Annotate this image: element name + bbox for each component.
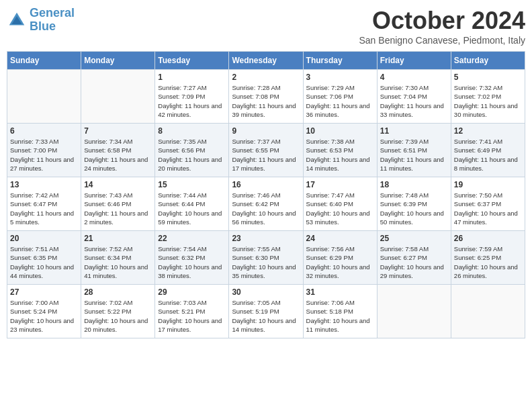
page-header: General Blue October 2024 San Benigno Ca… (7, 7, 525, 46)
day-info: Sunrise: 7:32 AM Sunset: 7:02 PM Dayligh… (454, 83, 522, 119)
day-cell (7, 70, 81, 124)
day-cell (377, 285, 451, 338)
day-info: Sunrise: 7:37 AM Sunset: 6:55 PM Dayligh… (232, 137, 300, 173)
day-cell: 22Sunrise: 7:54 AM Sunset: 6:32 PM Dayli… (155, 231, 229, 285)
day-info: Sunrise: 7:38 AM Sunset: 6:53 PM Dayligh… (306, 137, 374, 173)
day-number: 15 (158, 180, 226, 189)
day-cell: 2Sunrise: 7:28 AM Sunset: 7:08 PM Daylig… (229, 70, 303, 124)
logo-line1: General (30, 6, 75, 19)
day-number: 4 (380, 73, 448, 82)
day-info: Sunrise: 7:48 AM Sunset: 6:39 PM Dayligh… (380, 191, 448, 226)
day-info: Sunrise: 7:43 AM Sunset: 6:46 PM Dayligh… (84, 191, 152, 226)
day-number: 9 (232, 126, 300, 136)
day-info: Sunrise: 7:03 AM Sunset: 5:21 PM Dayligh… (158, 298, 226, 334)
header-thursday: Thursday (303, 52, 377, 70)
calendar-table: SundayMondayTuesdayWednesdayThursdayFrid… (7, 51, 525, 338)
day-cell: 13Sunrise: 7:42 AM Sunset: 6:47 PM Dayli… (7, 177, 81, 231)
day-info: Sunrise: 7:29 AM Sunset: 7:06 PM Dayligh… (306, 83, 374, 119)
day-number: 20 (10, 234, 78, 243)
day-info: Sunrise: 7:42 AM Sunset: 6:47 PM Dayligh… (10, 191, 78, 226)
day-cell: 18Sunrise: 7:48 AM Sunset: 6:39 PM Dayli… (377, 177, 451, 231)
day-number: 11 (380, 126, 448, 136)
day-info: Sunrise: 7:34 AM Sunset: 6:58 PM Dayligh… (84, 137, 152, 173)
day-cell: 14Sunrise: 7:43 AM Sunset: 6:46 PM Dayli… (81, 177, 155, 231)
day-number: 10 (306, 126, 374, 136)
day-number: 12 (454, 126, 522, 136)
day-number: 30 (232, 287, 300, 297)
day-cell: 24Sunrise: 7:56 AM Sunset: 6:29 PM Dayli… (303, 231, 377, 285)
day-cell: 17Sunrise: 7:47 AM Sunset: 6:40 PM Dayli… (303, 177, 377, 231)
day-info: Sunrise: 7:54 AM Sunset: 6:32 PM Dayligh… (158, 244, 226, 280)
location-subtitle: San Benigno Canavese, Piedmont, Italy (359, 35, 526, 46)
header-monday: Monday (81, 52, 155, 70)
day-cell: 4Sunrise: 7:30 AM Sunset: 7:04 PM Daylig… (377, 70, 451, 124)
day-cell: 23Sunrise: 7:55 AM Sunset: 6:30 PM Dayli… (229, 231, 303, 285)
day-cell: 11Sunrise: 7:39 AM Sunset: 6:51 PM Dayli… (377, 124, 451, 177)
week-row-4: 20Sunrise: 7:51 AM Sunset: 6:35 PM Dayli… (7, 231, 525, 285)
day-cell: 27Sunrise: 7:00 AM Sunset: 5:24 PM Dayli… (7, 285, 81, 338)
day-cell: 8Sunrise: 7:35 AM Sunset: 6:56 PM Daylig… (155, 124, 229, 177)
day-info: Sunrise: 7:46 AM Sunset: 6:42 PM Dayligh… (232, 191, 300, 226)
day-info: Sunrise: 7:52 AM Sunset: 6:34 PM Dayligh… (84, 244, 152, 280)
day-number: 22 (158, 234, 226, 243)
day-number: 17 (306, 180, 374, 189)
day-cell: 30Sunrise: 7:05 AM Sunset: 5:19 PM Dayli… (229, 285, 303, 338)
header-saturday: Saturday (451, 52, 525, 70)
day-info: Sunrise: 7:02 AM Sunset: 5:22 PM Dayligh… (84, 298, 152, 334)
day-cell: 9Sunrise: 7:37 AM Sunset: 6:55 PM Daylig… (229, 124, 303, 177)
day-number: 18 (380, 180, 448, 189)
header-sunday: Sunday (7, 52, 81, 70)
week-row-2: 6Sunrise: 7:33 AM Sunset: 7:00 PM Daylig… (7, 124, 525, 177)
day-number: 6 (10, 126, 78, 136)
day-info: Sunrise: 7:56 AM Sunset: 6:29 PM Dayligh… (306, 244, 374, 280)
day-number: 7 (84, 126, 152, 136)
day-cell: 26Sunrise: 7:59 AM Sunset: 6:25 PM Dayli… (451, 231, 525, 285)
day-number: 25 (380, 234, 448, 243)
day-info: Sunrise: 7:33 AM Sunset: 7:00 PM Dayligh… (10, 137, 78, 173)
day-info: Sunrise: 7:47 AM Sunset: 6:40 PM Dayligh… (306, 191, 374, 226)
day-number: 19 (454, 180, 522, 189)
day-cell: 10Sunrise: 7:38 AM Sunset: 6:53 PM Dayli… (303, 124, 377, 177)
day-info: Sunrise: 7:35 AM Sunset: 6:56 PM Dayligh… (158, 137, 226, 173)
day-number: 31 (306, 287, 374, 297)
day-cell: 3Sunrise: 7:29 AM Sunset: 7:06 PM Daylig… (303, 70, 377, 124)
day-cell: 31Sunrise: 7:06 AM Sunset: 5:18 PM Dayli… (303, 285, 377, 338)
week-row-5: 27Sunrise: 7:00 AM Sunset: 5:24 PM Dayli… (7, 285, 525, 338)
day-cell: 7Sunrise: 7:34 AM Sunset: 6:58 PM Daylig… (81, 124, 155, 177)
day-number: 1 (158, 73, 226, 82)
day-number: 13 (10, 180, 78, 189)
day-number: 27 (10, 287, 78, 297)
day-cell: 29Sunrise: 7:03 AM Sunset: 5:21 PM Dayli… (155, 285, 229, 338)
day-cell: 21Sunrise: 7:52 AM Sunset: 6:34 PM Dayli… (81, 231, 155, 285)
day-number: 16 (232, 180, 300, 189)
day-cell: 20Sunrise: 7:51 AM Sunset: 6:35 PM Dayli… (7, 231, 81, 285)
day-info: Sunrise: 7:41 AM Sunset: 6:49 PM Dayligh… (454, 137, 522, 173)
day-number: 14 (84, 180, 152, 189)
day-cell: 5Sunrise: 7:32 AM Sunset: 7:02 PM Daylig… (451, 70, 525, 124)
day-info: Sunrise: 7:51 AM Sunset: 6:35 PM Dayligh… (10, 244, 78, 280)
day-info: Sunrise: 7:05 AM Sunset: 5:19 PM Dayligh… (232, 298, 300, 334)
day-number: 26 (454, 234, 522, 243)
day-cell: 19Sunrise: 7:50 AM Sunset: 6:37 PM Dayli… (451, 177, 525, 231)
day-info: Sunrise: 7:00 AM Sunset: 5:24 PM Dayligh… (10, 298, 78, 334)
month-title: October 2024 (359, 7, 526, 35)
day-cell: 28Sunrise: 7:02 AM Sunset: 5:22 PM Dayli… (81, 285, 155, 338)
logo: General Blue (7, 7, 75, 34)
week-row-1: 1Sunrise: 7:27 AM Sunset: 7:09 PM Daylig… (7, 70, 525, 124)
day-number: 28 (84, 287, 152, 297)
day-cell: 6Sunrise: 7:33 AM Sunset: 7:00 PM Daylig… (7, 124, 81, 177)
day-cell (451, 285, 525, 338)
day-info: Sunrise: 7:44 AM Sunset: 6:44 PM Dayligh… (158, 191, 226, 226)
day-number: 5 (454, 73, 522, 82)
week-row-3: 13Sunrise: 7:42 AM Sunset: 6:47 PM Dayli… (7, 177, 525, 231)
day-info: Sunrise: 7:06 AM Sunset: 5:18 PM Dayligh… (306, 298, 374, 334)
day-info: Sunrise: 7:30 AM Sunset: 7:04 PM Dayligh… (380, 83, 448, 119)
day-info: Sunrise: 7:55 AM Sunset: 6:30 PM Dayligh… (232, 244, 300, 280)
day-cell: 25Sunrise: 7:58 AM Sunset: 6:27 PM Dayli… (377, 231, 451, 285)
day-info: Sunrise: 7:39 AM Sunset: 6:51 PM Dayligh… (380, 137, 448, 173)
header-row: SundayMondayTuesdayWednesdayThursdayFrid… (7, 52, 525, 70)
day-number: 2 (232, 73, 300, 82)
day-info: Sunrise: 7:50 AM Sunset: 6:37 PM Dayligh… (454, 191, 522, 226)
day-number: 21 (84, 234, 152, 243)
day-cell: 12Sunrise: 7:41 AM Sunset: 6:49 PM Dayli… (451, 124, 525, 177)
